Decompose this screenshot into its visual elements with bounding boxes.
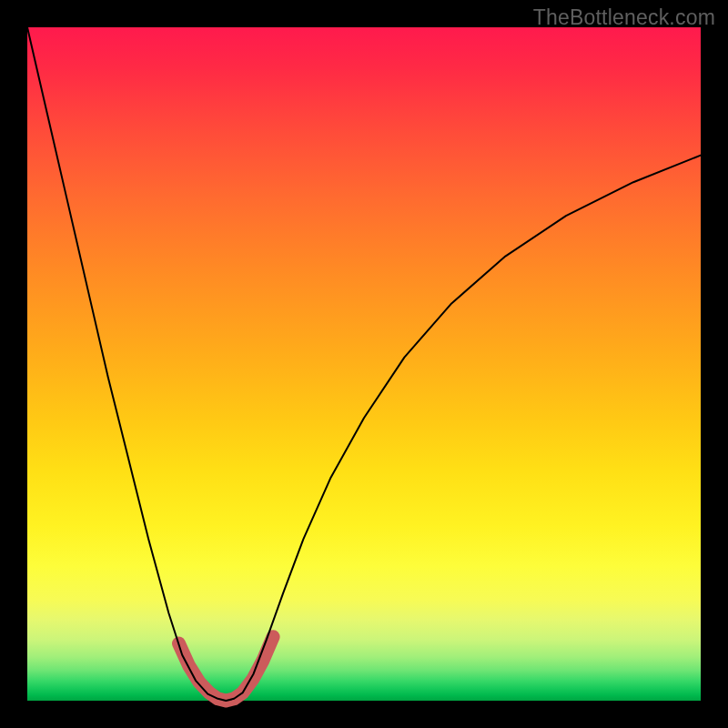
watermark-text: TheBottleneck.com (533, 5, 715, 30)
chart-frame: TheBottleneck.com (0, 0, 728, 728)
sweet-spot-highlight (179, 637, 274, 701)
bottleneck-curve (27, 27, 701, 701)
chart-svg (27, 27, 701, 701)
plot-area (27, 27, 701, 701)
